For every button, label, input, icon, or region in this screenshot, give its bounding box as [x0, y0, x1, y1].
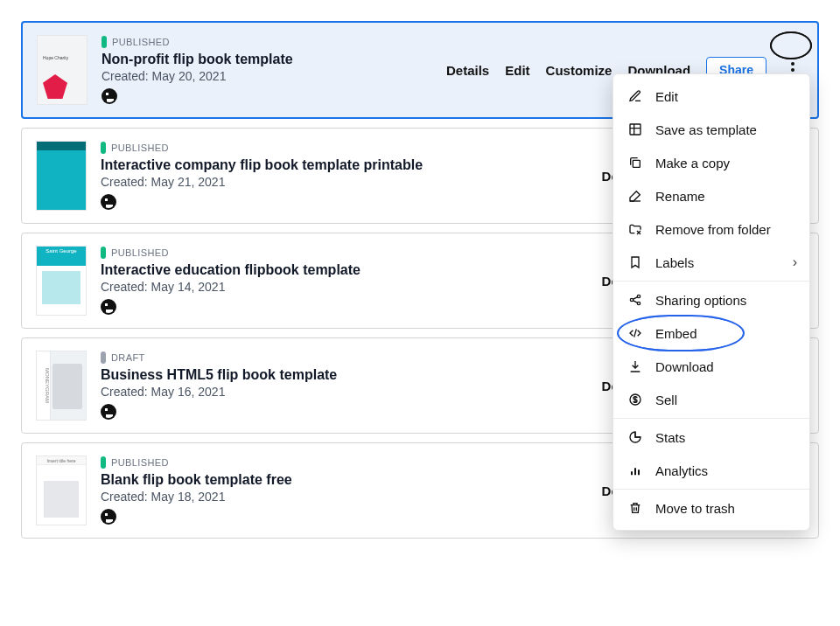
- menu-divider: [613, 418, 809, 419]
- status-pill-published: [102, 36, 107, 48]
- status-label: PUBLISHED: [112, 37, 170, 47]
- document-card[interactable]: Hope Charity PUBLISHED Non-profit flip b…: [21, 21, 819, 119]
- edit-link[interactable]: Edit: [505, 63, 529, 78]
- thumbnail: [36, 141, 87, 211]
- dollar-icon: [627, 392, 643, 407]
- document-title: Business HTML5 flip book template: [101, 367, 588, 383]
- pencil-icon: [627, 88, 643, 104]
- menu-stats[interactable]: Stats: [613, 421, 809, 454]
- created-date: Created: May 20, 2021: [102, 69, 432, 83]
- context-menu: Edit Save as template Make a copy Rename…: [612, 73, 810, 531]
- pie-icon: [627, 429, 643, 445]
- menu-edit[interactable]: Edit: [613, 80, 809, 113]
- menu-divider: [613, 281, 809, 282]
- trash-icon: [627, 500, 643, 516]
- menu-save-template[interactable]: Save as template: [613, 113, 809, 146]
- status-pill-published: [101, 456, 106, 469]
- globe-icon: [102, 88, 117, 104]
- status-label: DRAFT: [111, 352, 145, 363]
- globe-icon: [101, 299, 116, 315]
- menu-labels[interactable]: Labels ›: [613, 246, 809, 279]
- status-label: PUBLISHED: [111, 247, 169, 258]
- document-title: Interactive company flip book template p…: [101, 157, 588, 173]
- document-list: Hope Charity PUBLISHED Non-profit flip b…: [21, 21, 819, 539]
- download-icon: [627, 358, 643, 374]
- details-link[interactable]: Details: [446, 63, 489, 78]
- menu-sell[interactable]: Sell: [613, 383, 809, 416]
- status-label: PUBLISHED: [111, 457, 169, 468]
- thumbnail: Hope Charity: [37, 35, 88, 105]
- status-label: PUBLISHED: [111, 143, 169, 153]
- status-pill-published: [101, 142, 106, 154]
- svg-rect-1: [633, 160, 640, 167]
- bookmark-icon: [627, 254, 643, 270]
- menu-rename[interactable]: Rename: [613, 179, 809, 212]
- created-date: Created: May 18, 2021: [101, 490, 588, 504]
- svg-rect-0: [630, 124, 640, 135]
- bars-icon: [627, 463, 643, 478]
- menu-download[interactable]: Download: [613, 350, 809, 383]
- created-date: Created: May 14, 2021: [101, 280, 588, 294]
- created-date: Created: May 21, 2021: [101, 175, 588, 189]
- created-date: Created: May 16, 2021: [101, 385, 588, 399]
- menu-make-copy[interactable]: Make a copy: [613, 146, 809, 179]
- menu-analytics[interactable]: Analytics: [613, 454, 809, 487]
- menu-divider: [613, 489, 809, 490]
- menu-remove-folder[interactable]: Remove from folder: [613, 212, 809, 246]
- thumbnail: Saint George: [36, 246, 87, 316]
- globe-icon: [101, 509, 116, 525]
- menu-sharing[interactable]: Sharing options: [613, 283, 809, 316]
- thumbnail: Insert title here: [36, 456, 87, 525]
- status-pill-published: [101, 247, 106, 259]
- customize-link[interactable]: Customize: [546, 63, 612, 78]
- globe-icon: [101, 194, 116, 210]
- document-title: Blank flip book template free: [101, 472, 588, 488]
- thumbnail: MONEYGRAM: [36, 351, 87, 421]
- code-icon: [627, 325, 643, 341]
- document-title: Interactive education flipbook template: [101, 262, 588, 278]
- folder-remove-icon: [627, 221, 643, 237]
- status-pill-draft: [101, 351, 106, 364]
- annotation-circle-more: [770, 31, 812, 59]
- globe-icon: [101, 404, 116, 420]
- chevron-right-icon: ›: [793, 254, 797, 270]
- share-icon: [627, 292, 643, 308]
- menu-trash[interactable]: Move to trash: [613, 491, 809, 525]
- document-title: Non-profit flip book template: [102, 52, 432, 67]
- menu-embed[interactable]: Embed: [613, 316, 809, 350]
- grid-icon: [627, 122, 643, 137]
- rename-icon: [627, 188, 643, 204]
- copy-icon: [627, 155, 643, 170]
